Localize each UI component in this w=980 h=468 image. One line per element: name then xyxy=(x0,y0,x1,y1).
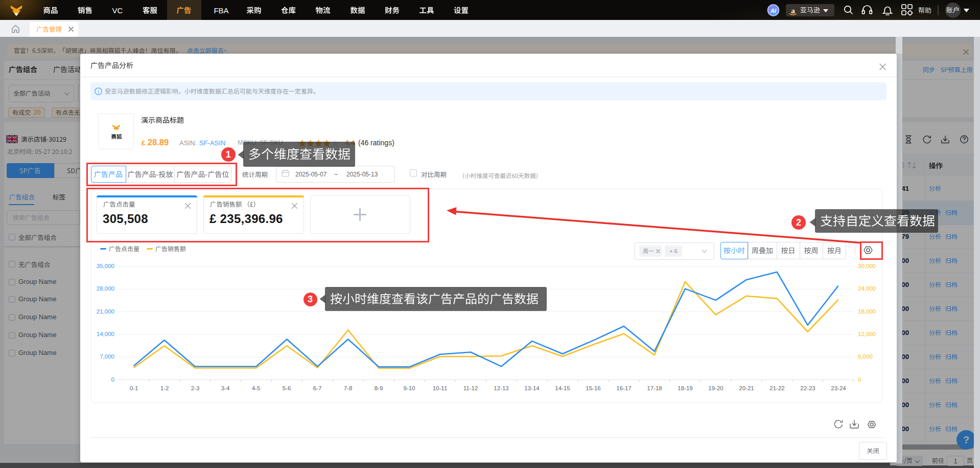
svg-text:a: a xyxy=(791,7,795,15)
svg-text:AI: AI xyxy=(770,8,777,14)
svg-text:i: i xyxy=(98,89,99,94)
